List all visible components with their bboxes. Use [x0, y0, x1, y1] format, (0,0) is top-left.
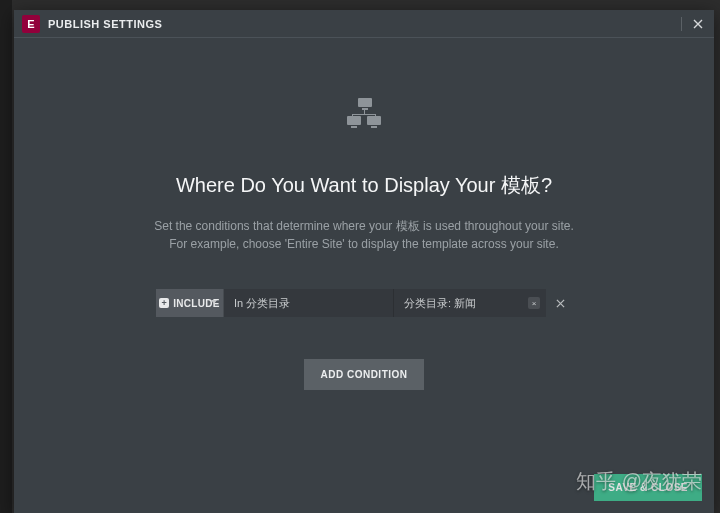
condition-scope-select[interactable]: In 分类目录 [224, 289, 394, 317]
close-button[interactable] [688, 14, 708, 34]
close-icon [556, 299, 565, 308]
include-icon: + [159, 298, 169, 308]
header-actions [681, 10, 708, 37]
site-structure-icon [347, 98, 381, 132]
modal-title: PUBLISH SETTINGS [48, 18, 162, 30]
remove-condition-button[interactable] [548, 289, 572, 317]
condition-row: + INCLUDE In 分类目录 分类目录: 新闻 × [156, 289, 572, 317]
header-divider [681, 17, 682, 31]
publish-settings-modal: E PUBLISH SETTINGS Where Do You Want to … [14, 10, 714, 513]
modal-header: E PUBLISH SETTINGS [14, 10, 714, 38]
condition-value-text: 分类目录: 新闻 [404, 296, 476, 311]
chevron-down-icon [211, 300, 217, 304]
condition-value-select[interactable]: 分类目录: 新闻 × [394, 289, 546, 317]
clear-value-button[interactable]: × [528, 297, 540, 309]
subtext-line-2: For example, choose 'Entire Site' to dis… [169, 235, 558, 253]
close-icon [693, 19, 703, 29]
save-and-close-button[interactable]: SAVE & CLOSE [594, 474, 702, 501]
condition-scope-value: In 分类目录 [234, 296, 290, 311]
headline: Where Do You Want to Display Your 模板? [176, 172, 552, 199]
elementor-icon: E [22, 15, 40, 33]
subtext-line-1: Set the conditions that determine where … [154, 217, 574, 235]
sidebar-ghost [0, 0, 12, 513]
add-condition-button[interactable]: ADD CONDITION [304, 359, 423, 390]
include-mode-select[interactable]: + INCLUDE [156, 289, 224, 317]
modal-body: Where Do You Want to Display Your 模板? Se… [14, 38, 714, 513]
